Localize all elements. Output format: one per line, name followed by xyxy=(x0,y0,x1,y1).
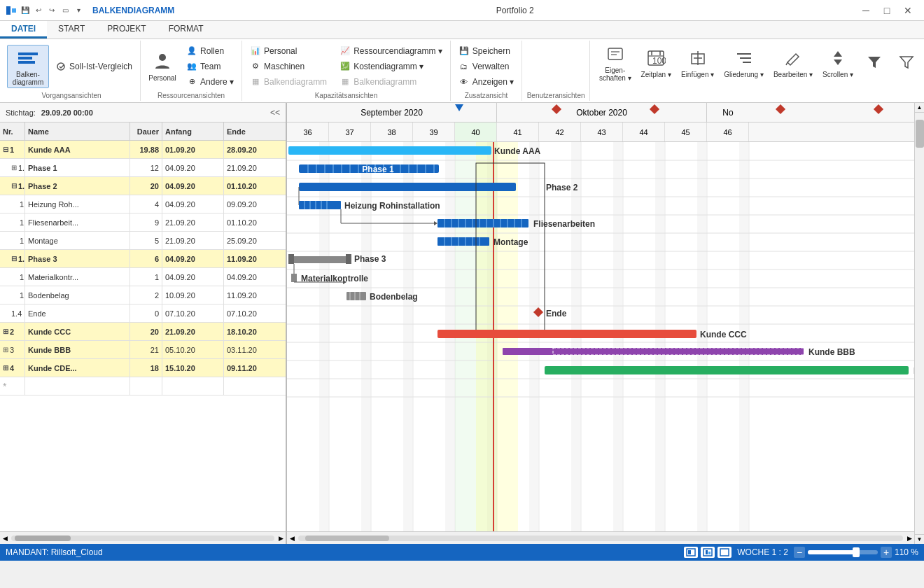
bearbeiten-button[interactable]: Bearbeiten ▾ xyxy=(770,45,816,80)
eigenschaften-label: Eigen-schaften ▾ xyxy=(599,66,631,82)
scroll-right-btn[interactable]: ▶ xyxy=(276,533,286,543)
svg-rect-122 xyxy=(346,254,351,264)
table-row[interactable]: ⊞4 Kunde CDE... 18 15.10.20 09.11.20 xyxy=(0,359,286,377)
verwalten-button[interactable]: 🗂 Verwalten xyxy=(455,59,517,74)
maschinen-button[interactable]: ⚙ Maschinen xyxy=(246,59,330,74)
soll-ist-icon xyxy=(55,61,66,72)
table-row-new[interactable]: * xyxy=(0,377,286,396)
zoom-minus-btn[interactable]: − xyxy=(794,547,805,558)
balken-kap-button[interactable]: ▦ Balkendiagramm xyxy=(246,75,330,89)
minimize-button[interactable]: ─ xyxy=(855,0,876,21)
chart-hscroll-track[interactable] xyxy=(298,536,903,541)
tab-projekt[interactable]: PROJEKT xyxy=(96,21,157,38)
table-row[interactable]: ⊞2 Kunde CCC 20 21.09.20 18.10.20 xyxy=(0,323,286,341)
table-row[interactable]: ⊞3 Kunde BBB 21 05.10.20 03.11.20 xyxy=(0,341,286,359)
status-icon-1[interactable] xyxy=(684,547,698,558)
table-row[interactable]: 1.3.2 Bodenbelag 2 10.09.20 11.09.20 xyxy=(0,286,286,304)
vscroll-up-btn[interactable]: ▲ xyxy=(915,103,924,113)
new-row-icon[interactable]: * xyxy=(3,381,6,392)
table-row[interactable]: 1.2.3 Montage 5 21.09.20 25.09.20 xyxy=(0,232,286,250)
balken-kap2-button[interactable]: ▦ Balkendiagramm xyxy=(336,75,446,89)
stichtag-nav[interactable]: << xyxy=(270,108,280,118)
row-ende: 11.09.20 xyxy=(224,250,286,267)
personal-kap-button[interactable]: 📊 Personal xyxy=(246,44,330,58)
vscroll-thumb[interactable] xyxy=(916,120,924,148)
zoom-plus-btn[interactable]: + xyxy=(881,547,892,558)
chart-scroll-right-btn[interactable]: ▶ xyxy=(904,533,914,543)
row-name: Kunde BBB xyxy=(25,341,130,358)
gantt-chart-panel: September 2020 Oktober 2020 No 36 37 38 … xyxy=(287,103,924,544)
balkendiagramm-button[interactable]: Balken-diagramm xyxy=(7,45,49,88)
andere-button[interactable]: ⊕ Andere ▾ xyxy=(183,75,237,89)
zoom-slider-track[interactable] xyxy=(808,550,878,554)
expand-icon[interactable]: ⊞ xyxy=(11,164,17,172)
gliederung-button[interactable]: Gliederung ▾ xyxy=(720,45,767,80)
undo-icon[interactable]: ↩ xyxy=(33,5,44,16)
close-button[interactable]: ✕ xyxy=(897,0,918,21)
vscrollbar[interactable]: ▲ ▼ xyxy=(914,103,924,544)
vscroll-down-btn[interactable]: ▼ xyxy=(915,534,924,544)
expand-icon[interactable]: ⊞ xyxy=(3,364,8,372)
header-dauer: Dauer xyxy=(130,122,162,140)
row-ende: 28.09.20 xyxy=(224,141,286,158)
expand-icon[interactable]: ⊟ xyxy=(3,146,8,153)
table-row[interactable]: 1.2.2 Fliesenarbeit... 9 21.09.20 01.10.… xyxy=(0,214,286,232)
tab-datei[interactable]: DATEI xyxy=(0,21,47,38)
table-row[interactable]: ⊟1.3 Phase 3 6 04.09.20 11.09.20 xyxy=(0,250,286,268)
chart-scroll-left-btn[interactable]: ◀ xyxy=(287,533,297,543)
status-icon-3[interactable] xyxy=(718,547,732,558)
filter1-button[interactable] xyxy=(860,48,889,76)
einfuegen-button[interactable]: Einfügen ▾ xyxy=(678,45,718,80)
soll-ist-button[interactable]: Soll-Ist-Vergleich xyxy=(52,59,136,74)
hscroll-track[interactable] xyxy=(11,536,274,541)
maximize-button[interactable]: □ xyxy=(876,0,897,21)
mandant-label: MANDANT: Rillsoft_Cloud xyxy=(6,547,103,557)
hscroll-thumb[interactable] xyxy=(15,536,71,541)
speichern-button[interactable]: 💾 Speichern xyxy=(455,44,517,58)
down-arrow-icon[interactable]: ▾ xyxy=(73,5,84,16)
chart-hscroll[interactable]: ◀ ▶ xyxy=(287,531,914,544)
scrollen-button[interactable]: Scrollen ▾ xyxy=(819,45,857,80)
scroll-left-btn[interactable]: ◀ xyxy=(0,533,10,543)
expand-icon[interactable]: ⊟ xyxy=(11,255,17,262)
table-row[interactable]: ⊟1.2 Phase 2 20 04.09.20 01.10.20 xyxy=(0,177,286,195)
kostendiagramm-button[interactable]: 💹 Kostendiagramm ▾ xyxy=(336,59,446,74)
expand-icon[interactable]: ⊞ xyxy=(3,328,8,335)
redo-icon[interactable]: ↪ xyxy=(46,5,57,16)
row-name: Fliesenarbeit... xyxy=(25,214,130,231)
svg-text:Kunde AAA: Kunde AAA xyxy=(494,146,541,156)
tab-start[interactable]: START xyxy=(47,21,96,38)
header-ende: Ende xyxy=(224,122,286,140)
rollen-button[interactable]: 👤 Rollen xyxy=(183,44,237,58)
grid-overlay: Kunde AAA xyxy=(287,142,914,531)
left-hscroll[interactable]: ◀ ▶ xyxy=(0,531,286,544)
vscroll-track[interactable] xyxy=(915,113,924,534)
expand-icon[interactable]: ⊞ xyxy=(3,346,8,354)
svg-rect-37 xyxy=(319,142,329,531)
personal-large-button[interactable]: Personal xyxy=(145,48,180,84)
verwalten-label: Verwalten xyxy=(472,62,510,71)
table-row[interactable]: 1.2.1 Heizung Roh... 4 04.09.20 09.09.20 xyxy=(0,195,286,214)
weeks-row: 36 37 38 39 40 41 42 43 44 45 46 xyxy=(287,122,914,142)
table-row[interactable]: 1.3.1 Materialkontr... 1 04.09.20 04.09.… xyxy=(0,268,286,286)
table-row[interactable]: 1.4 Ende 0 07.10.20 07.10.20 xyxy=(0,304,286,323)
eigenschaften-button[interactable]: Eigen-schaften ▾ xyxy=(596,41,635,84)
filter2-button[interactable] xyxy=(892,48,921,76)
svg-text:Kun: Kun xyxy=(913,366,914,376)
kapazitaet-right: 📈 Ressourcendiagramm ▾ 💹 Kostendiagramm … xyxy=(336,44,446,89)
ressourcendiagramm-button[interactable]: 📈 Ressourcendiagramm ▾ xyxy=(336,44,446,58)
bearbeiten-label: Bearbeiten ▾ xyxy=(774,71,813,78)
expand-icon[interactable]: ⊟ xyxy=(11,182,17,190)
zeitplan-button[interactable]: 100 Zeitplan ▾ xyxy=(638,45,675,80)
tab-format[interactable]: FORMAT xyxy=(158,21,215,38)
zoom-slider-thumb[interactable] xyxy=(853,547,860,557)
row-ende: 01.10.20 xyxy=(224,177,286,195)
window-icon[interactable]: ▭ xyxy=(59,5,71,16)
table-row[interactable]: ⊞1.1 Phase 1 12 04.09.20 21.09.20 xyxy=(0,159,286,177)
save-icon[interactable]: 💾 xyxy=(20,5,31,16)
table-row[interactable]: ⊟1 Kunde AAA 19.88 01.09.20 28.09.20 xyxy=(0,141,286,159)
anzeigen-button[interactable]: 👁 Anzeigen ▾ xyxy=(455,75,517,89)
team-button[interactable]: 👥 Team xyxy=(183,59,237,74)
status-icon-2[interactable] xyxy=(701,547,715,558)
chart-hscroll-thumb[interactable] xyxy=(305,536,389,541)
